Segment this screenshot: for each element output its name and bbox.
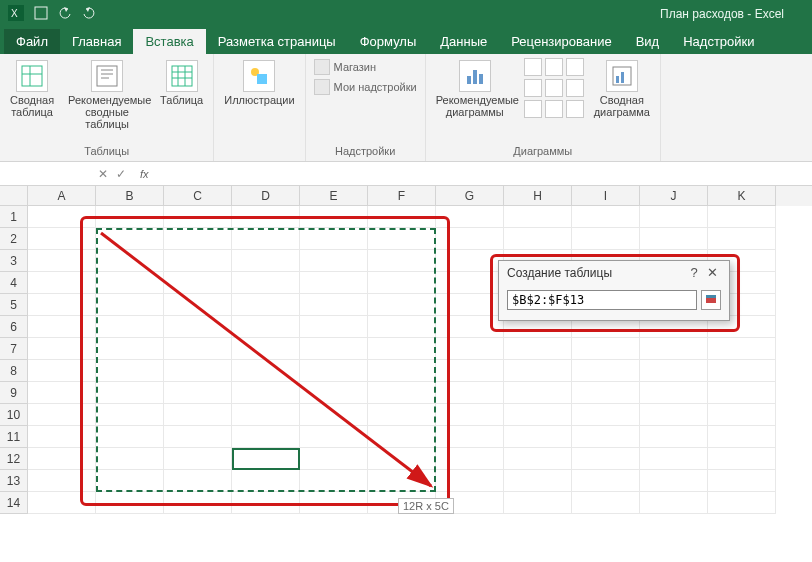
cell[interactable] [96,338,164,360]
cell[interactable] [232,206,300,228]
cell[interactable] [368,382,436,404]
column-header[interactable]: I [572,186,640,206]
cell[interactable] [232,272,300,294]
cell[interactable] [232,426,300,448]
cell[interactable] [300,206,368,228]
cell[interactable] [96,316,164,338]
fx-label[interactable]: fx [134,168,149,180]
cell[interactable] [96,272,164,294]
cell[interactable] [708,470,776,492]
cell[interactable] [232,294,300,316]
cell[interactable] [572,448,640,470]
cell[interactable] [640,228,708,250]
cell[interactable] [368,316,436,338]
row-header[interactable]: 6 [0,316,28,338]
row-header[interactable]: 14 [0,492,28,514]
column-header[interactable]: D [232,186,300,206]
cell[interactable] [300,228,368,250]
tab-insert[interactable]: Вставка [133,29,205,54]
cell[interactable] [504,382,572,404]
tab-file[interactable]: Файл [4,29,60,54]
cell[interactable] [504,228,572,250]
cell[interactable] [164,250,232,272]
tab-formulas[interactable]: Формулы [348,29,429,54]
cell[interactable] [96,470,164,492]
column-header[interactable]: F [368,186,436,206]
cell[interactable] [572,206,640,228]
help-icon[interactable]: ? [685,265,703,280]
cell[interactable] [164,294,232,316]
pivot-chart-button[interactable]: Сводная диаграмма [590,58,654,120]
cell[interactable] [164,404,232,426]
cell[interactable] [164,228,232,250]
cell[interactable] [708,338,776,360]
cell[interactable] [164,316,232,338]
cell[interactable] [164,492,232,514]
chart-type-icon[interactable] [566,58,584,76]
cell[interactable] [368,470,436,492]
tab-home[interactable]: Главная [60,29,133,54]
cell[interactable] [504,448,572,470]
cell[interactable] [96,404,164,426]
cell[interactable] [436,404,504,426]
cell[interactable] [28,250,96,272]
illustrations-button[interactable]: Иллюстрации [220,58,298,108]
cell[interactable] [96,360,164,382]
cell[interactable] [28,338,96,360]
chart-type-icon[interactable] [524,100,542,118]
tab-view[interactable]: Вид [624,29,672,54]
cell[interactable] [28,360,96,382]
cell[interactable] [96,250,164,272]
cell[interactable] [232,448,300,470]
cell[interactable] [300,492,368,514]
cell[interactable] [28,316,96,338]
cell[interactable] [164,382,232,404]
cell[interactable] [300,404,368,426]
cell[interactable] [28,404,96,426]
my-addins-button[interactable]: Мои надстройки [312,78,419,96]
cell[interactable] [232,404,300,426]
table-button[interactable]: Таблица [156,58,207,108]
chart-type-icon[interactable] [545,79,563,97]
row-header[interactable]: 12 [0,448,28,470]
cell[interactable] [28,448,96,470]
cell[interactable] [232,492,300,514]
cell[interactable] [164,272,232,294]
cell[interactable] [504,360,572,382]
cell[interactable] [300,470,368,492]
cell[interactable] [640,338,708,360]
cell[interactable] [436,228,504,250]
undo-icon[interactable] [58,6,72,23]
cell[interactable] [504,206,572,228]
cell[interactable] [164,448,232,470]
select-all[interactable] [0,186,28,206]
cell[interactable] [232,228,300,250]
row-header[interactable]: 9 [0,382,28,404]
cell[interactable] [504,426,572,448]
column-header[interactable]: G [436,186,504,206]
cell[interactable] [436,250,504,272]
range-input[interactable] [507,290,697,310]
cell[interactable] [640,492,708,514]
cell[interactable] [504,338,572,360]
cell[interactable] [96,228,164,250]
cell[interactable] [436,338,504,360]
cell[interactable] [504,404,572,426]
cell[interactable] [368,404,436,426]
cell[interactable] [300,316,368,338]
cell[interactable] [232,316,300,338]
row-header[interactable]: 2 [0,228,28,250]
column-header[interactable]: J [640,186,708,206]
chart-type-icon[interactable] [524,79,542,97]
cell[interactable] [28,228,96,250]
cell[interactable] [640,360,708,382]
cell[interactable] [708,404,776,426]
column-header[interactable]: E [300,186,368,206]
cell[interactable] [708,206,776,228]
redo-icon[interactable] [82,6,96,23]
cell[interactable] [28,294,96,316]
cell[interactable] [436,426,504,448]
column-header[interactable]: A [28,186,96,206]
cell[interactable] [232,250,300,272]
column-header[interactable]: B [96,186,164,206]
